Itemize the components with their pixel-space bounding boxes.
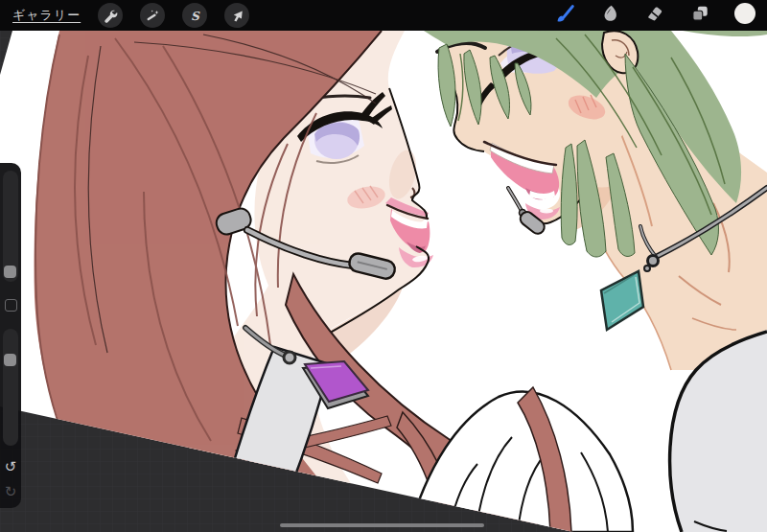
- color-button[interactable]: [731, 1, 759, 30]
- left-sidebar: ↺ ↻: [0, 163, 21, 508]
- brush-icon: [554, 3, 575, 28]
- eraser-tool-button[interactable]: [640, 1, 669, 30]
- magic-wand-icon: [146, 9, 160, 23]
- svg-text:S: S: [191, 9, 200, 22]
- eraser-icon: [644, 3, 665, 28]
- brush-opacity-slider[interactable]: [3, 329, 18, 446]
- layers-icon: [689, 3, 710, 28]
- actions-button[interactable]: [98, 3, 123, 28]
- brush-opacity-handle[interactable]: [4, 354, 16, 366]
- layers-button[interactable]: [686, 1, 714, 30]
- paint-tool-button[interactable]: [550, 1, 579, 30]
- adjustments-button[interactable]: [140, 3, 165, 28]
- gallery-button[interactable]: ギャラリー: [12, 7, 81, 24]
- brush-size-slider[interactable]: [3, 171, 18, 282]
- brush-size-handle[interactable]: [4, 266, 16, 278]
- wrench-icon: [104, 9, 118, 23]
- transform-button[interactable]: [224, 3, 249, 28]
- arrow-cursor-icon: [230, 9, 244, 23]
- s-curve-icon: S: [188, 9, 202, 23]
- top-toolbar: ギャラリー S: [0, 0, 767, 31]
- drawing-canvas[interactable]: [0, 0, 767, 532]
- redo-button[interactable]: ↻: [0, 481, 21, 502]
- selection-button[interactable]: S: [182, 3, 207, 28]
- modify-button[interactable]: [5, 299, 17, 312]
- smudge-finger-icon: [599, 3, 620, 28]
- procreate-window: ギャラリー S: [0, 0, 767, 532]
- undo-button[interactable]: ↺: [0, 456, 21, 477]
- color-swatch-circle: [733, 2, 756, 29]
- smudge-tool-button[interactable]: [595, 1, 624, 30]
- canvas-scrollbar[interactable]: [280, 523, 484, 527]
